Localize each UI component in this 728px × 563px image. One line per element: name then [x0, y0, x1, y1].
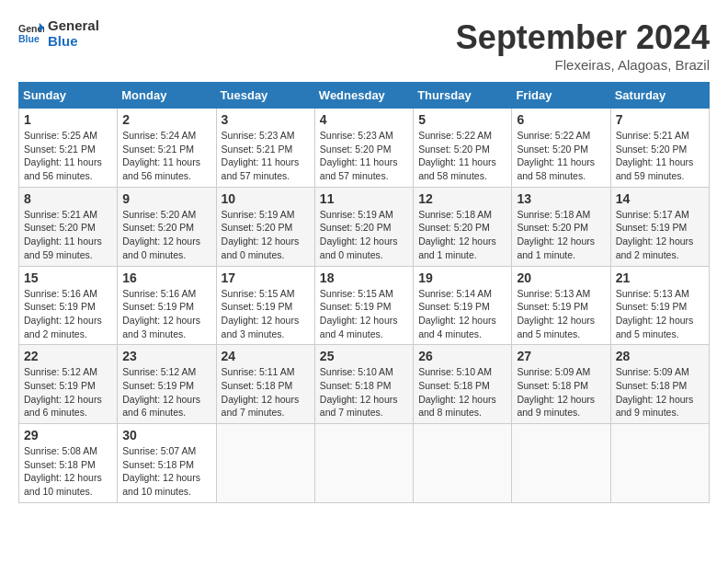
calendar-cell: 13Sunrise: 5:18 AM Sunset: 5:20 PM Dayli… — [512, 187, 610, 266]
day-info: Sunrise: 5:09 AM Sunset: 5:18 PM Dayligh… — [616, 365, 704, 419]
day-number: 25 — [320, 349, 408, 363]
calendar-cell: 4Sunrise: 5:23 AM Sunset: 5:20 PM Daylig… — [314, 109, 413, 188]
day-info: Sunrise: 5:19 AM Sunset: 5:20 PM Dayligh… — [320, 208, 408, 262]
day-number: 26 — [418, 349, 506, 363]
calendar-cell: 27Sunrise: 5:09 AM Sunset: 5:18 PM Dayli… — [512, 345, 610, 424]
calendar-cell — [314, 424, 413, 503]
day-info: Sunrise: 5:09 AM Sunset: 5:18 PM Dayligh… — [517, 365, 605, 419]
day-info: Sunrise: 5:07 AM Sunset: 5:18 PM Dayligh… — [122, 444, 210, 499]
day-info: Sunrise: 5:24 AM Sunset: 5:21 PM Dayligh… — [122, 129, 210, 183]
day-number: 20 — [517, 270, 605, 285]
calendar-cell: 9Sunrise: 5:20 AM Sunset: 5:20 PM Daylig… — [118, 187, 216, 266]
day-info: Sunrise: 5:19 AM Sunset: 5:20 PM Dayligh… — [222, 208, 310, 262]
logo-icon: General Blue — [18, 21, 44, 47]
calendar-cell: 29Sunrise: 5:08 AM Sunset: 5:18 PM Dayli… — [19, 424, 118, 503]
day-number: 30 — [122, 428, 210, 442]
calendar-cell: 19Sunrise: 5:14 AM Sunset: 5:19 PM Dayli… — [414, 266, 512, 345]
day-number: 18 — [320, 270, 408, 285]
calendar-cell: 14Sunrise: 5:17 AM Sunset: 5:19 PM Dayli… — [610, 187, 709, 266]
day-number: 29 — [24, 428, 112, 442]
day-info: Sunrise: 5:21 AM Sunset: 5:20 PM Dayligh… — [24, 208, 112, 262]
header: General Blue General Blue September 2024… — [18, 18, 710, 73]
day-info: Sunrise: 5:22 AM Sunset: 5:20 PM Dayligh… — [517, 129, 605, 183]
day-info: Sunrise: 5:10 AM Sunset: 5:18 PM Dayligh… — [320, 365, 408, 419]
day-info: Sunrise: 5:25 AM Sunset: 5:21 PM Dayligh… — [24, 129, 112, 183]
day-info: Sunrise: 5:20 AM Sunset: 5:20 PM Dayligh… — [122, 208, 210, 262]
day-number: 8 — [24, 191, 112, 206]
calendar-cell: 7Sunrise: 5:21 AM Sunset: 5:20 PM Daylig… — [610, 109, 709, 188]
day-number: 1 — [24, 112, 112, 127]
weekday-header-friday: Friday — [512, 83, 610, 109]
day-number: 5 — [418, 112, 506, 127]
day-number: 23 — [122, 349, 210, 363]
calendar-cell: 26Sunrise: 5:10 AM Sunset: 5:18 PM Dayli… — [414, 345, 512, 424]
day-number: 27 — [517, 349, 605, 363]
day-number: 12 — [418, 191, 506, 206]
weekday-header-row: SundayMondayTuesdayWednesdayThursdayFrid… — [19, 83, 710, 109]
calendar-cell: 8Sunrise: 5:21 AM Sunset: 5:20 PM Daylig… — [19, 187, 118, 266]
calendar-week-row: 1Sunrise: 5:25 AM Sunset: 5:21 PM Daylig… — [19, 109, 710, 188]
calendar-cell — [512, 424, 610, 503]
day-number: 3 — [222, 112, 310, 127]
calendar-cell: 24Sunrise: 5:11 AM Sunset: 5:18 PM Dayli… — [216, 345, 314, 424]
day-info: Sunrise: 5:08 AM Sunset: 5:18 PM Dayligh… — [24, 444, 112, 499]
calendar-cell — [216, 424, 314, 503]
title-area: September 2024 Flexeiras, Alagoas, Brazi… — [456, 18, 710, 73]
day-number: 11 — [320, 191, 408, 206]
day-number: 6 — [517, 112, 605, 127]
calendar-cell: 11Sunrise: 5:19 AM Sunset: 5:20 PM Dayli… — [314, 187, 413, 266]
month-title: September 2024 — [456, 18, 710, 57]
calendar-cell: 22Sunrise: 5:12 AM Sunset: 5:19 PM Dayli… — [19, 345, 118, 424]
day-info: Sunrise: 5:22 AM Sunset: 5:20 PM Dayligh… — [418, 129, 506, 183]
weekday-header-thursday: Thursday — [414, 83, 512, 109]
day-info: Sunrise: 5:15 AM Sunset: 5:19 PM Dayligh… — [320, 287, 408, 341]
calendar-cell: 2Sunrise: 5:24 AM Sunset: 5:21 PM Daylig… — [118, 109, 216, 188]
calendar-week-row: 15Sunrise: 5:16 AM Sunset: 5:19 PM Dayli… — [19, 266, 710, 345]
day-info: Sunrise: 5:18 AM Sunset: 5:20 PM Dayligh… — [517, 208, 605, 262]
day-info: Sunrise: 5:21 AM Sunset: 5:20 PM Dayligh… — [616, 129, 704, 183]
day-info: Sunrise: 5:13 AM Sunset: 5:19 PM Dayligh… — [616, 287, 704, 341]
calendar-cell — [414, 424, 512, 503]
calendar-week-row: 8Sunrise: 5:21 AM Sunset: 5:20 PM Daylig… — [19, 187, 710, 266]
day-info: Sunrise: 5:12 AM Sunset: 5:19 PM Dayligh… — [24, 365, 112, 419]
calendar-cell: 12Sunrise: 5:18 AM Sunset: 5:20 PM Dayli… — [414, 187, 512, 266]
calendar-cell: 1Sunrise: 5:25 AM Sunset: 5:21 PM Daylig… — [19, 109, 118, 188]
calendar-cell: 21Sunrise: 5:13 AM Sunset: 5:19 PM Dayli… — [610, 266, 709, 345]
weekday-header-wednesday: Wednesday — [314, 83, 413, 109]
calendar-week-row: 22Sunrise: 5:12 AM Sunset: 5:19 PM Dayli… — [19, 345, 710, 424]
day-info: Sunrise: 5:18 AM Sunset: 5:20 PM Dayligh… — [418, 208, 506, 262]
day-number: 10 — [222, 191, 310, 206]
day-info: Sunrise: 5:12 AM Sunset: 5:19 PM Dayligh… — [122, 365, 210, 419]
weekday-header-saturday: Saturday — [610, 83, 709, 109]
day-number: 28 — [616, 349, 704, 363]
logo: General Blue General Blue — [18, 18, 99, 49]
day-info: Sunrise: 5:16 AM Sunset: 5:19 PM Dayligh… — [122, 287, 210, 341]
calendar-cell: 18Sunrise: 5:15 AM Sunset: 5:19 PM Dayli… — [314, 266, 413, 345]
calendar-cell: 5Sunrise: 5:22 AM Sunset: 5:20 PM Daylig… — [414, 109, 512, 188]
day-info: Sunrise: 5:13 AM Sunset: 5:19 PM Dayligh… — [517, 287, 605, 341]
calendar-cell: 15Sunrise: 5:16 AM Sunset: 5:19 PM Dayli… — [19, 266, 118, 345]
calendar-cell: 23Sunrise: 5:12 AM Sunset: 5:19 PM Dayli… — [118, 345, 216, 424]
day-number: 24 — [222, 349, 310, 363]
day-info: Sunrise: 5:17 AM Sunset: 5:19 PM Dayligh… — [616, 208, 704, 262]
day-number: 13 — [517, 191, 605, 206]
calendar-cell: 28Sunrise: 5:09 AM Sunset: 5:18 PM Dayli… — [610, 345, 709, 424]
day-number: 16 — [122, 270, 210, 285]
day-info: Sunrise: 5:10 AM Sunset: 5:18 PM Dayligh… — [418, 365, 506, 419]
day-number: 21 — [616, 270, 704, 285]
day-number: 9 — [122, 191, 210, 206]
calendar-week-row: 29Sunrise: 5:08 AM Sunset: 5:18 PM Dayli… — [19, 424, 710, 503]
day-number: 22 — [24, 349, 112, 363]
day-info: Sunrise: 5:23 AM Sunset: 5:20 PM Dayligh… — [320, 129, 408, 183]
day-info: Sunrise: 5:14 AM Sunset: 5:19 PM Dayligh… — [418, 287, 506, 341]
logo-blue: Blue — [48, 33, 78, 49]
weekday-header-monday: Monday — [118, 83, 216, 109]
day-number: 17 — [222, 270, 310, 285]
calendar-cell: 6Sunrise: 5:22 AM Sunset: 5:20 PM Daylig… — [512, 109, 610, 188]
weekday-header-sunday: Sunday — [19, 83, 118, 109]
logo-general: General — [48, 17, 99, 33]
day-info: Sunrise: 5:15 AM Sunset: 5:19 PM Dayligh… — [222, 287, 310, 341]
day-info: Sunrise: 5:23 AM Sunset: 5:21 PM Dayligh… — [222, 129, 310, 183]
calendar-cell: 10Sunrise: 5:19 AM Sunset: 5:20 PM Dayli… — [216, 187, 314, 266]
day-info: Sunrise: 5:11 AM Sunset: 5:18 PM Dayligh… — [222, 365, 310, 419]
